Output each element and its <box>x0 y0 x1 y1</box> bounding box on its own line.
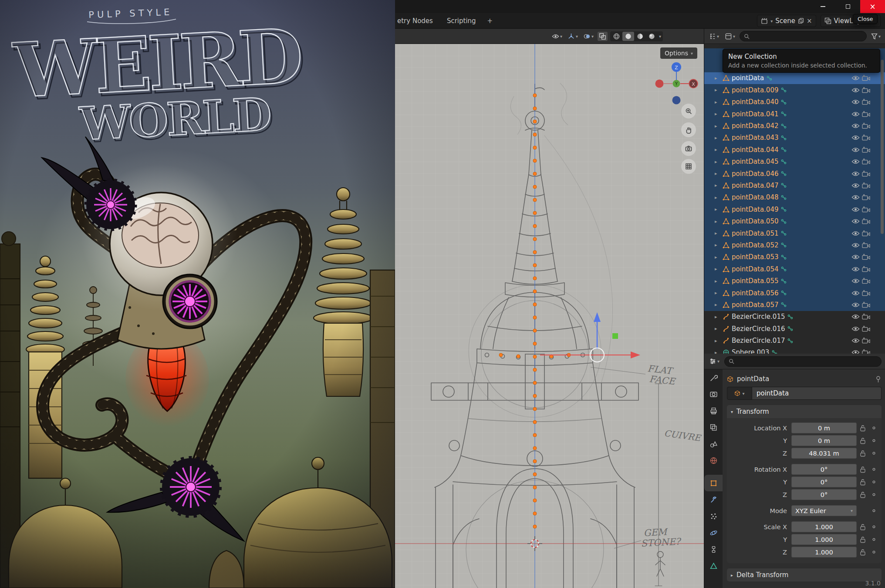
disclosure-arrow-icon[interactable]: ▸ <box>715 195 720 200</box>
outliner-item-label[interactable]: pointData.041 <box>732 110 778 118</box>
object-id-dropdown[interactable]: ▾ <box>727 387 752 400</box>
outliner-item-label[interactable]: pointData.047 <box>732 182 778 189</box>
outliner-row[interactable]: ▸pointData.052 <box>704 239 885 251</box>
axis-x-neg-handle[interactable] <box>655 80 664 88</box>
disable-in-renders-camera-icon[interactable] <box>862 290 870 296</box>
shading-material-button[interactable] <box>634 32 646 41</box>
disclosure-arrow-icon[interactable]: ▸ <box>715 182 720 188</box>
disable-in-renders-camera-icon[interactable] <box>862 242 870 248</box>
outliner-item-label[interactable]: pointData.054 <box>732 265 778 273</box>
outliner-row[interactable]: ▸Sphere.003 <box>704 347 885 354</box>
orthographic-toggle-button[interactable] <box>681 159 696 174</box>
disable-in-renders-camera-icon[interactable] <box>862 218 870 224</box>
lock-icon[interactable] <box>857 524 869 531</box>
disable-in-renders-camera-icon[interactable] <box>862 266 870 272</box>
properties-tab-viewlayer[interactable] <box>704 419 723 436</box>
outliner-item-label[interactable]: BezierCircle.017 <box>732 337 785 345</box>
outliner-row[interactable]: ▸pointData.051 <box>704 227 885 239</box>
transform-value-field[interactable]: 0 m <box>791 435 857 446</box>
disable-in-renders-camera-icon[interactable] <box>862 147 870 153</box>
options-dropdown[interactable]: Options ▾ <box>660 47 697 59</box>
tab-geometry-nodes[interactable]: etry Nodes <box>391 14 439 27</box>
maximize-button[interactable] <box>835 0 860 13</box>
transform-value-field[interactable]: 0° <box>791 476 857 487</box>
hide-in-viewport-eye-icon[interactable] <box>851 314 860 319</box>
disable-in-renders-camera-icon[interactable] <box>862 75 870 81</box>
outliner-item-label[interactable]: pointData <box>732 74 764 82</box>
filter-dropdown[interactable]: ▾ <box>870 32 882 41</box>
animate-property-dot[interactable] <box>869 509 878 513</box>
animate-property-dot[interactable] <box>869 480 878 484</box>
hide-in-viewport-eye-icon[interactable] <box>851 135 860 140</box>
disable-in-renders-camera-icon[interactable] <box>862 338 870 344</box>
hide-in-viewport-eye-icon[interactable] <box>851 159 860 164</box>
disclosure-arrow-icon[interactable]: ▸ <box>715 302 720 308</box>
disable-in-renders-camera-icon[interactable] <box>862 87 870 93</box>
disclosure-arrow-icon[interactable]: ▸ <box>715 111 720 117</box>
hide-in-viewport-eye-icon[interactable] <box>851 195 860 200</box>
disclosure-arrow-icon[interactable]: ▸ <box>715 314 720 320</box>
outliner-item-label[interactable]: pointData.051 <box>732 230 778 237</box>
camera-view-button[interactable] <box>681 141 696 156</box>
outliner-item-label[interactable]: pointData.048 <box>732 193 778 201</box>
hide-in-viewport-eye-icon[interactable] <box>851 326 860 331</box>
outliner-row[interactable]: ▸pointData.047 <box>704 179 885 191</box>
properties-tab-object[interactable] <box>704 475 723 491</box>
disclosure-arrow-icon[interactable]: ▸ <box>715 254 720 260</box>
animate-property-dot[interactable] <box>869 493 878 497</box>
display-mode-dropdown[interactable]: ▾ <box>723 32 736 41</box>
hide-in-viewport-eye-icon[interactable] <box>851 267 860 272</box>
disclosure-arrow-icon[interactable]: ▸ <box>715 266 720 272</box>
lock-icon[interactable] <box>857 425 869 432</box>
outliner-item-label[interactable]: pointData.045 <box>732 158 778 166</box>
new-scene-copy-icon[interactable] <box>798 18 804 24</box>
disclosure-arrow-icon[interactable]: ▸ <box>715 135 720 141</box>
hide-in-viewport-eye-icon[interactable] <box>851 112 860 117</box>
lock-icon[interactable] <box>857 491 869 498</box>
disable-in-renders-camera-icon[interactable] <box>862 326 870 332</box>
rotation-mode-dropdown[interactable]: XYZ Euler▾ <box>791 505 857 516</box>
xray-toggle[interactable] <box>598 32 608 41</box>
properties-tab-particles[interactable] <box>704 508 723 524</box>
outliner-item-label[interactable]: pointData.042 <box>732 122 778 130</box>
scrollbar-thumb[interactable] <box>881 60 884 234</box>
animate-property-dot[interactable] <box>869 537 878 541</box>
lock-icon[interactable] <box>857 536 869 543</box>
disable-in-renders-camera-icon[interactable] <box>862 314 870 320</box>
object-visibility-dropdown[interactable]: ▾ <box>551 32 564 41</box>
transform-value-field[interactable]: 1.000 <box>791 534 857 545</box>
hide-in-viewport-eye-icon[interactable] <box>851 278 860 284</box>
hide-in-viewport-eye-icon[interactable] <box>851 254 860 260</box>
delta-transform-header[interactable]: ▸ Delta Transform <box>727 568 882 581</box>
hide-in-viewport-eye-icon[interactable] <box>851 99 860 105</box>
animate-property-dot[interactable] <box>869 525 878 529</box>
disclosure-arrow-icon[interactable]: ▸ <box>715 75 720 81</box>
outliner-row[interactable]: ▸BezierCircle.015 <box>704 311 885 323</box>
shading-solid-button[interactable] <box>622 32 634 41</box>
disclosure-arrow-icon[interactable]: ▸ <box>715 123 720 129</box>
hide-in-viewport-eye-icon[interactable] <box>851 123 860 128</box>
animate-property-dot[interactable] <box>869 467 878 471</box>
outliner-row[interactable]: ▸pointData.049 <box>704 203 885 215</box>
unlink-scene-icon[interactable]: × <box>807 17 812 25</box>
outliner-row[interactable]: ▸pointData.055 <box>704 275 885 287</box>
outliner-item-label[interactable]: Sphere.003 <box>732 348 769 354</box>
disclosure-arrow-icon[interactable]: ▸ <box>715 159 720 165</box>
outliner-search[interactable] <box>740 31 867 41</box>
outliner-row[interactable]: ▸BezierCircle.017 <box>704 335 885 346</box>
disable-in-renders-camera-icon[interactable] <box>862 302 870 308</box>
outliner-row[interactable]: ▸pointData.042 <box>704 120 885 132</box>
hide-in-viewport-eye-icon[interactable] <box>851 350 860 354</box>
disable-in-renders-camera-icon[interactable] <box>862 278 870 284</box>
properties-tab-tool[interactable] <box>704 369 723 386</box>
outliner-item-label[interactable]: pointData.049 <box>732 206 778 213</box>
outliner-item-label[interactable]: pointData.040 <box>732 98 778 106</box>
disclosure-arrow-icon[interactable]: ▸ <box>715 350 720 354</box>
outliner-search-input[interactable] <box>752 33 862 40</box>
outliner-item-label[interactable]: BezierCircle.015 <box>732 313 785 321</box>
scene-selector[interactable]: ▾ Scene × <box>757 15 816 27</box>
disable-in-renders-camera-icon[interactable] <box>862 111 870 117</box>
outliner-item-label[interactable]: pointData.044 <box>732 146 778 154</box>
outliner-item-label[interactable]: pointData.053 <box>732 253 778 261</box>
outliner-row[interactable]: ▸pointData.046 <box>704 168 885 179</box>
